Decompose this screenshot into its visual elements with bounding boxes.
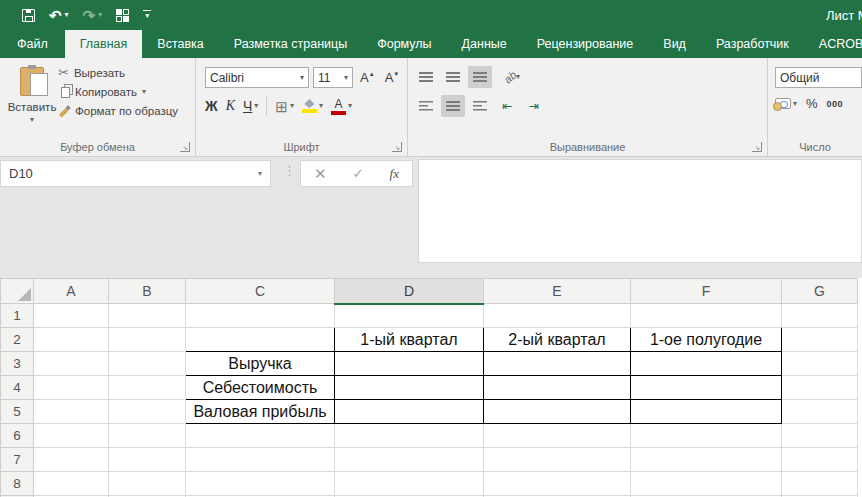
cell-A8[interactable] [34,472,109,496]
cell-E7[interactable] [484,448,631,472]
cell-A1[interactable] [34,304,109,328]
tab-acrobat[interactable]: ACROBAT [804,30,862,58]
cell-D3[interactable] [335,352,484,376]
cell-B8[interactable] [109,472,186,496]
cell-C1[interactable] [186,304,335,328]
alignment-dialog-launcher[interactable] [752,142,762,152]
fill-color-dropdown-icon[interactable]: ▾ [319,102,323,110]
increase-indent-button[interactable]: ⇥ [522,95,546,117]
currency-dropdown-icon[interactable]: ▾ [793,100,797,108]
tab-view[interactable]: Вид [648,30,701,58]
column-header-D[interactable]: D [335,279,484,304]
clipboard-dialog-launcher[interactable] [180,142,190,152]
column-header-E[interactable]: E [484,279,631,304]
align-top-button[interactable] [414,66,438,88]
formula-input[interactable] [418,159,862,263]
tab-page-layout[interactable]: Разметка страницы [219,30,362,58]
cell-F6[interactable] [631,424,782,448]
undo-button[interactable]: ↶▾ [49,8,69,23]
cell-C4[interactable]: Себестоимость [186,376,335,400]
comma-style-button[interactable]: 000 [827,99,844,109]
row-header-4[interactable]: 4 [1,376,34,400]
cell-E1[interactable] [484,304,631,328]
cell-B6[interactable] [109,424,186,448]
name-box-dropdown-icon[interactable]: ▾ [258,170,262,178]
insert-function-button[interactable]: fx [390,166,399,182]
tab-home[interactable]: Главная [65,30,143,58]
cell-F4[interactable] [631,376,782,400]
align-center-button[interactable] [441,95,465,117]
cell-A7[interactable] [34,448,109,472]
cancel-button[interactable]: ✕ [314,165,327,183]
percent-style-button[interactable]: % [806,96,818,111]
cell-F1[interactable] [631,304,782,328]
cell-D4[interactable] [335,376,484,400]
cell-G1[interactable] [782,304,858,328]
copy-dropdown-icon[interactable]: ▾ [142,88,146,96]
row-header-7[interactable]: 7 [1,448,34,472]
column-header-F[interactable]: F [631,279,782,304]
orientation-button[interactable]: ab▾ [495,66,529,88]
cell-D7[interactable] [335,448,484,472]
decrease-indent-button[interactable]: ⇤ [495,95,519,117]
custom-grid-button[interactable] [116,9,129,22]
borders-dropdown-icon[interactable]: ▾ [290,102,294,110]
row-header-3[interactable]: 3 [1,352,34,376]
enter-button[interactable]: ✓ [353,166,364,181]
cell-D8[interactable] [335,472,484,496]
underline-button[interactable]: Ч [243,98,252,114]
paste-dropdown-icon[interactable]: ▾ [30,116,34,124]
cell-F2[interactable]: 1-ое полугодие [631,328,782,352]
cell-C8[interactable] [186,472,335,496]
tab-file[interactable]: Файл [0,30,65,58]
underline-dropdown-icon[interactable]: ▾ [254,102,258,110]
name-box[interactable]: D10 ▾ [0,160,271,187]
font-color-dropdown-icon[interactable]: ▾ [348,102,352,110]
align-right-button[interactable] [468,95,492,117]
row-header-6[interactable]: 6 [1,424,34,448]
currency-format-button[interactable]: ▾ [775,98,797,109]
cell-E5[interactable] [484,400,631,424]
tab-data[interactable]: Данные [447,30,522,58]
row-header-1[interactable]: 1 [1,304,34,328]
copy-button[interactable]: Копировать ▾ [58,86,178,98]
cell-D2[interactable]: 1-ый квартал [335,328,484,352]
align-left-button[interactable] [414,95,438,117]
select-all-corner[interactable] [1,279,34,304]
bold-button[interactable]: Ж [205,98,218,114]
cell-B3[interactable] [109,352,186,376]
cut-button[interactable]: ✂ Вырезать [58,66,178,79]
grow-font-button[interactable]: А▲ [357,70,378,85]
column-header-B[interactable]: B [109,279,186,304]
cell-B2[interactable] [109,328,186,352]
row-header-2[interactable]: 2 [1,328,34,352]
cell-D5[interactable] [335,400,484,424]
cell-C6[interactable] [186,424,335,448]
cell-E2[interactable]: 2-ый квартал [484,328,631,352]
undo-dropdown-icon[interactable]: ▾ [65,11,69,19]
shrink-font-button[interactable]: А▼ [382,70,403,85]
cell-F5[interactable] [631,400,782,424]
borders-button[interactable]: ⊞▾ [275,99,294,114]
cell-B1[interactable] [109,304,186,328]
cell-D1[interactable] [335,304,484,328]
row-header-5[interactable]: 5 [1,400,34,424]
cell-G5[interactable] [782,400,858,424]
cell-G6[interactable] [782,424,858,448]
tab-developer[interactable]: Разработчик [701,30,804,58]
row-header-8[interactable]: 8 [1,472,34,496]
column-header-G[interactable]: G [782,279,858,304]
tab-insert[interactable]: Вставка [142,30,218,58]
align-middle-button[interactable] [441,66,465,88]
cell-E3[interactable] [484,352,631,376]
font-size-select[interactable]: 11 ▾ [313,67,353,88]
font-color-button[interactable]: А ▾ [331,98,352,115]
cell-E8[interactable] [484,472,631,496]
cell-A4[interactable] [34,376,109,400]
column-header-A[interactable]: A [34,279,109,304]
save-button[interactable] [22,9,35,22]
cell-A6[interactable] [34,424,109,448]
cell-B7[interactable] [109,448,186,472]
redo-button[interactable]: ↷▾ [83,8,103,23]
formula-bar-grip-icon[interactable]: ⋮ [283,163,296,178]
